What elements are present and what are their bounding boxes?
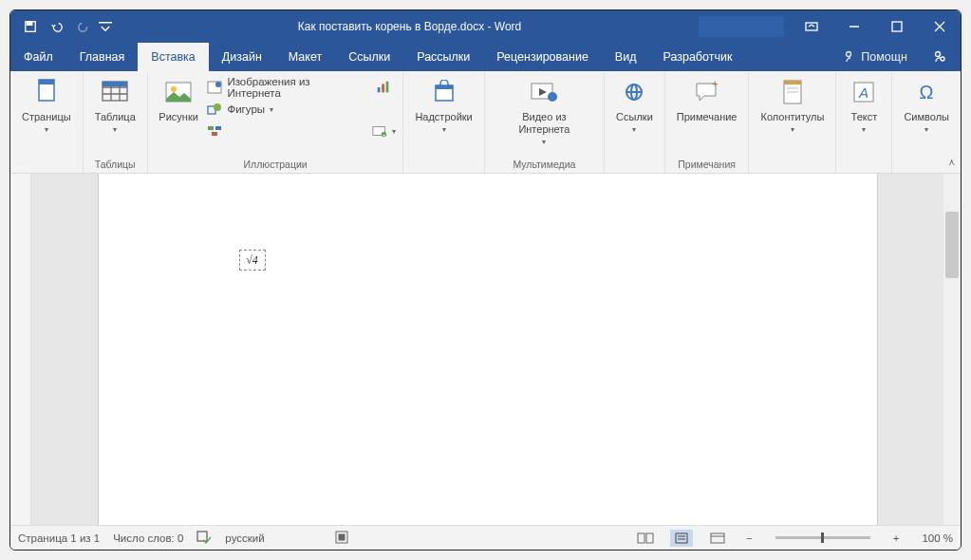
svg-rect-17 (103, 82, 127, 86)
window-controls (699, 10, 961, 43)
links-group-label (610, 159, 659, 172)
text-button[interactable]: A Текст ▾ (842, 75, 886, 136)
table-label: Таблица (95, 111, 136, 123)
svg-rect-11 (39, 80, 54, 84)
shapes-icon (207, 102, 222, 117)
quick-access-toolbar (10, 14, 121, 39)
shapes-button[interactable]: Фигуры ▾ (203, 99, 366, 120)
picture-icon (163, 77, 194, 107)
shapes-label: Фигуры (227, 103, 265, 115)
chart-button[interactable] (370, 77, 397, 98)
video-icon (529, 77, 559, 107)
minimize-button[interactable] (832, 10, 875, 43)
read-mode-button[interactable] (634, 530, 657, 547)
tab-view[interactable]: Вид (602, 43, 650, 71)
addins-button[interactable]: Надстройки ▾ (409, 75, 477, 136)
svg-rect-28 (383, 84, 385, 92)
group-text: A Текст ▾ (836, 71, 892, 173)
account-area[interactable] (699, 16, 784, 37)
vertical-ruler (10, 174, 31, 525)
comment-button[interactable]: + Примечание (671, 75, 743, 125)
equation-object[interactable]: √4 (239, 250, 266, 271)
equation-content: √4 (246, 253, 258, 268)
svg-rect-48 (197, 532, 207, 541)
online-pictures-button[interactable]: Изображения из Интернета (203, 77, 366, 98)
chevron-down-icon: ▾ (442, 125, 446, 134)
app-window: Как поставить корень в Ворде.docx - Word… (9, 9, 962, 551)
tell-me-label: Помощн (861, 50, 907, 64)
chevron-down-icon: ▾ (924, 125, 928, 134)
tab-review[interactable]: Рецензирование (483, 43, 602, 71)
tell-me-search[interactable]: Помощн (831, 43, 919, 71)
print-layout-button[interactable] (670, 530, 693, 547)
svg-rect-34 (436, 85, 453, 89)
pages-label: Страницы (22, 111, 71, 123)
macro-icon[interactable] (335, 531, 348, 546)
link-icon (619, 77, 649, 107)
ribbon-display-button[interactable] (790, 10, 832, 43)
svg-rect-56 (711, 533, 724, 543)
zoom-handle[interactable] (821, 532, 824, 543)
store-icon (429, 77, 459, 107)
tab-layout[interactable]: Макет (275, 43, 335, 71)
ribbon: Страницы ▾ Таблица ▾ Таблицы Р (10, 71, 961, 174)
pages-button[interactable]: Страницы ▾ (16, 75, 77, 136)
group-pages: Страницы ▾ (10, 71, 84, 173)
table-button[interactable]: Таблица ▾ (89, 75, 141, 136)
tab-file[interactable]: Файл (10, 43, 66, 71)
zoom-in-button[interactable]: + (889, 532, 904, 544)
zoom-level[interactable]: 100 % (922, 532, 953, 544)
scrollbar-thumb[interactable] (945, 212, 959, 278)
qat-customize-button[interactable] (98, 14, 113, 39)
maximize-button[interactable] (875, 10, 918, 43)
svg-rect-27 (378, 87, 381, 92)
symbols-button[interactable]: Ω Символы ▾ (898, 75, 955, 136)
text-icon: A (849, 77, 879, 107)
vertical-scrollbar[interactable] (943, 174, 961, 525)
media-group-label: Мультимедиа (491, 159, 598, 172)
undo-button[interactable] (45, 14, 69, 39)
web-layout-button[interactable] (706, 530, 729, 547)
document-title: Как поставить корень в Ворде.docx - Word (121, 20, 699, 33)
svg-rect-2 (806, 23, 817, 30)
spellcheck-icon[interactable] (196, 531, 212, 546)
links-label: Ссылки (616, 111, 653, 123)
page-icon (31, 77, 62, 107)
titlebar: Как поставить корень в Ворде.docx - Word (10, 10, 961, 43)
share-button[interactable] (919, 43, 961, 71)
pictures-button[interactable]: Рисунки (154, 75, 204, 125)
word-count[interactable]: Число слов: 0 (113, 532, 183, 544)
close-button[interactable] (918, 10, 961, 43)
online-video-button[interactable]: Видео из Интернета ▾ (491, 75, 598, 148)
group-addins: Надстройки ▾ (403, 71, 484, 173)
redo-button[interactable] (71, 14, 96, 39)
zoom-out-button[interactable]: − (742, 532, 756, 544)
tab-insert[interactable]: Вставка (138, 43, 208, 71)
zoom-slider[interactable] (775, 536, 870, 539)
language-indicator[interactable]: русский (225, 532, 264, 544)
save-button[interactable] (18, 14, 43, 39)
tab-references[interactable]: Ссылки (335, 43, 403, 71)
chevron-down-icon: ▾ (862, 125, 866, 134)
smartart-button[interactable] (203, 121, 366, 141)
document-page[interactable]: √4 (99, 174, 877, 525)
table-icon (100, 77, 130, 107)
pictures-label: Рисунки (159, 111, 198, 123)
tab-mailings[interactable]: Рассылки (403, 43, 483, 71)
page-indicator[interactable]: Страница 1 из 1 (18, 532, 100, 544)
svg-point-19 (171, 86, 177, 92)
collapse-ribbon-button[interactable]: ⋏ (948, 157, 955, 167)
tab-developer[interactable]: Разработчик (649, 43, 745, 71)
omega-icon: Ω (911, 77, 942, 107)
tab-home[interactable]: Главная (66, 43, 139, 71)
links-button[interactable]: Ссылки ▾ (610, 75, 659, 136)
header-footer-label: Колонтитулы (760, 111, 824, 123)
svg-rect-4 (892, 22, 902, 31)
svg-point-21 (215, 82, 221, 87)
online-picture-icon (207, 80, 222, 95)
ribbon-tabs: Файл Главная Вставка Дизайн Макет Ссылки… (10, 43, 961, 71)
group-media: Видео из Интернета ▾ Мультимедиа (485, 71, 605, 173)
header-footer-button[interactable]: Колонтитулы ▾ (755, 75, 830, 136)
tab-design[interactable]: Дизайн (209, 43, 275, 71)
screenshot-button[interactable]: + ▾ (370, 121, 397, 141)
